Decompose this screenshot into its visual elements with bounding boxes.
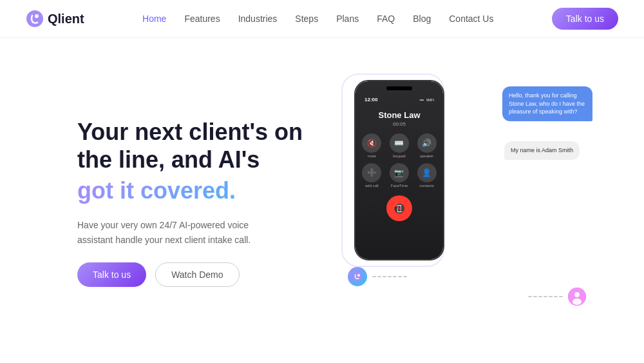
- phone-screen: 12:00 ▪▪▪ WiFi Stone Law 00:05 🔇 mute: [355, 81, 443, 259]
- nav-blog[interactable]: Blog: [413, 14, 431, 24]
- svg-point-1: [35, 14, 39, 18]
- phone-time: 12:00: [365, 97, 377, 103]
- speaker-icon: 🔊: [417, 133, 437, 153]
- dot-6: [398, 276, 402, 277]
- u-dot-5: [549, 296, 553, 297]
- dot-4: [388, 276, 392, 277]
- user-avatar: [568, 288, 586, 306]
- user-indicator: [528, 288, 586, 306]
- user-typing-dots: [528, 296, 563, 297]
- svg-point-3: [357, 274, 360, 277]
- nav-home[interactable]: Home: [142, 14, 166, 24]
- svg-point-6: [573, 299, 582, 305]
- ai-avatar-icon: [348, 267, 367, 286]
- caller-name: Stone Law: [378, 110, 420, 120]
- logo: Qlient: [26, 10, 84, 28]
- ai-chat-bubble: Hello, thank you for calling Stone Law, …: [502, 86, 592, 121]
- dot-5: [393, 276, 397, 277]
- wifi-icon: WiFi: [426, 98, 434, 102]
- facetime-label: FaceTime: [391, 184, 408, 188]
- mute-icon: 🔇: [362, 133, 381, 153]
- speaker-button[interactable]: 🔊 speaker: [415, 133, 438, 158]
- dot-2: [377, 276, 381, 277]
- hero-visual: 12:00 ▪▪▪ WiFi Stone Law 00:05 🔇 mute: [322, 67, 592, 338]
- dot-7: [403, 276, 407, 277]
- navbar: Qlient Home Features Industries Steps Pl…: [0, 0, 644, 38]
- keypad-button[interactable]: ⌨️ keypad: [388, 133, 411, 158]
- signal-icon: ▪▪▪: [420, 98, 424, 102]
- u-dot-4: [544, 296, 547, 297]
- user-chat-bubble: My name is Adam Smith: [504, 141, 580, 160]
- ai-typing-dots: [372, 276, 407, 277]
- svg-point-0: [26, 10, 43, 27]
- ai-bubble-text: Hello, thank you for calling Stone Law, …: [509, 92, 585, 115]
- hero-title-line1: Your next client's on the line, and AI's: [77, 118, 303, 173]
- phone-body: 12:00 ▪▪▪ WiFi Stone Law 00:05 🔇 mute: [354, 80, 444, 260]
- end-call-button[interactable]: 📵: [386, 195, 412, 221]
- hero-demo-button[interactable]: Watch Demo: [155, 262, 239, 287]
- mute-button[interactable]: 🔇 mute: [361, 133, 383, 158]
- u-dot-1: [528, 296, 532, 297]
- ai-indicator: [348, 267, 407, 286]
- call-controls-row2: ➕ add call 📷 FaceTime 👤 contacts: [361, 163, 438, 188]
- nav-contact[interactable]: Contact Us: [449, 14, 493, 24]
- contacts-label: contacts: [419, 184, 433, 188]
- add-call-icon: ➕: [362, 163, 381, 182]
- nav-links: Home Features Industries Steps Plans FAQ…: [142, 14, 493, 24]
- keypad-label: keypad: [393, 154, 405, 158]
- facetime-icon: 📷: [390, 163, 409, 182]
- logo-text: Qlient: [48, 12, 84, 26]
- call-controls-row1: 🔇 mute ⌨️ keypad 🔊 speaker: [361, 133, 438, 158]
- nav-steps[interactable]: Steps: [295, 14, 318, 24]
- add-call-label: add call: [365, 184, 379, 188]
- logo-icon: [26, 10, 44, 28]
- dot-1: [372, 276, 376, 277]
- svg-point-5: [574, 292, 580, 297]
- hero-talk-button[interactable]: Talk to us: [77, 262, 146, 287]
- mute-label: mute: [368, 154, 376, 158]
- user-avatar-image: [568, 288, 586, 306]
- phone-status-icons: ▪▪▪ WiFi: [420, 98, 434, 102]
- phone-notch: [386, 86, 412, 90]
- nav-plans[interactable]: Plans: [336, 14, 359, 24]
- end-call-icon: 📵: [393, 202, 406, 215]
- u-dot-7: [559, 296, 563, 297]
- phone-status-bar: 12:00 ▪▪▪ WiFi: [361, 97, 438, 103]
- contacts-icon: 👤: [417, 163, 437, 182]
- u-dot-3: [538, 296, 542, 297]
- user-bubble-text: My name is Adam Smith: [511, 147, 573, 153]
- hero-content: Your next client's on the line, and AI's…: [77, 118, 303, 287]
- u-dot-2: [533, 296, 537, 297]
- facetime-button[interactable]: 📷 FaceTime: [388, 163, 411, 188]
- nav-cta-button[interactable]: Talk to us: [552, 8, 618, 30]
- keypad-icon: ⌨️: [390, 133, 409, 153]
- qlient-ai-icon: [352, 271, 363, 282]
- nav-industries[interactable]: Industries: [238, 14, 278, 24]
- dot-3: [383, 276, 386, 277]
- add-call-button[interactable]: ➕ add call: [361, 163, 383, 188]
- contacts-button[interactable]: 👤 contacts: [415, 163, 438, 188]
- hero-subtitle: Have your very own 24/7 AI-powered voice…: [77, 218, 283, 247]
- svg-point-2: [353, 272, 362, 281]
- nav-features[interactable]: Features: [184, 14, 220, 24]
- hero-buttons: Talk to us Watch Demo: [77, 262, 303, 287]
- speaker-label: speaker: [420, 154, 433, 158]
- caller-sub: 00:05: [393, 121, 406, 127]
- hero-section: Your next client's on the line, and AI's…: [0, 38, 644, 363]
- hero-title-gradient: got it covered.: [77, 176, 303, 206]
- u-dot-6: [554, 296, 558, 297]
- nav-faq[interactable]: FAQ: [377, 14, 395, 24]
- phone-mockup: 12:00 ▪▪▪ WiFi Stone Law 00:05 🔇 mute: [354, 80, 444, 260]
